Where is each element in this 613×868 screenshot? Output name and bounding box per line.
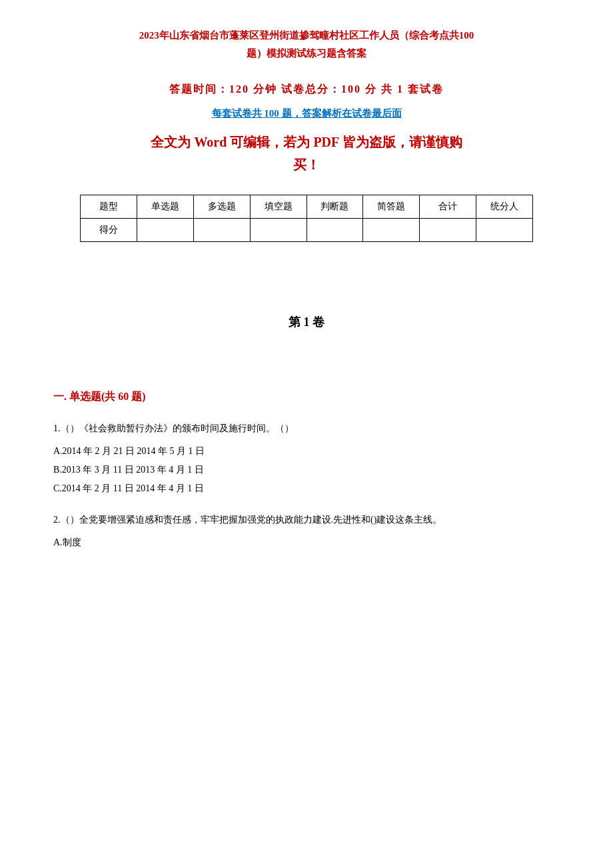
col-header-short: 简答题 <box>363 195 420 219</box>
exam-info: 答题时间：120 分钟 试卷总分：100 分 共 1 套试卷 <box>53 83 560 97</box>
col-header-judge: 判断题 <box>306 195 363 219</box>
section-title: 一. 单选题(共 60 题) <box>53 390 560 404</box>
option-1-a: A.2014 年 2 月 21 日 2014 年 5 月 1 日 <box>53 442 560 461</box>
col-header-multi: 多选题 <box>193 195 250 219</box>
score-table-header-row: 题型 单选题 多选题 填空题 判断题 简答题 合计 统分人 <box>81 195 533 219</box>
exam-warning-part1: 全文为 Word 可编辑 <box>151 135 270 149</box>
option-2-a: A.制度 <box>53 533 560 552</box>
col-header-fill: 填空题 <box>250 195 306 219</box>
question-2-text: 2.（）全党要增强紧迫感和责任感，牢牢把握加强党的执政能力建设.先进性和()建设… <box>53 511 560 528</box>
score-multi <box>193 219 250 242</box>
col-header-single: 单选题 <box>137 195 193 219</box>
exam-warning: 全文为 Word 可编辑，若为 PDF 皆为盗版，请谨慎购 买！ <box>53 131 560 176</box>
score-fill <box>250 219 306 242</box>
col-header-total: 合计 <box>420 195 476 219</box>
score-single <box>137 219 193 242</box>
question-1-text: 1.（）《社会救助暂行办法》的颁布时间及施行时间。（） <box>53 420 560 437</box>
score-total <box>420 219 476 242</box>
question-1-options: A.2014 年 2 月 21 日 2014 年 5 月 1 日 B.2013 … <box>53 442 560 498</box>
volume-title: 第 1 卷 <box>53 314 560 330</box>
score-scorer <box>476 219 533 242</box>
spacer-2 <box>53 363 560 390</box>
spacer-1 <box>53 261 560 301</box>
score-judge <box>306 219 363 242</box>
score-table-container: 题型 单选题 多选题 填空题 判断题 简答题 合计 统分人 得分 <box>80 195 533 242</box>
exam-warning-part2: ，若为 PDF 皆为盗版，请谨慎购 <box>270 135 462 149</box>
page-title: 2023年山东省烟台市蓬莱区登州街道掺驾疃村社区工作人员（综合考点共100 题）… <box>53 27 560 63</box>
score-short <box>363 219 420 242</box>
score-table: 题型 单选题 多选题 填空题 判断题 简答题 合计 统分人 得分 <box>80 195 533 242</box>
title-line1: 2023年山东省烟台市蓬莱区登州街道掺驾疃村社区工作人员（综合考点共100 <box>53 27 560 45</box>
question-2: 2.（）全党要增强紧迫感和责任感，牢牢把握加强党的执政能力建设.先进性和()建设… <box>53 511 560 552</box>
score-row-label: 得分 <box>81 219 137 242</box>
title-line2: 题）模拟测试练习题含答案 <box>53 45 560 63</box>
option-1-c: C.2014 年 2 月 11 日 2014 年 4 月 1 日 <box>53 479 560 498</box>
question-2-options: A.制度 <box>53 533 560 552</box>
score-table-score-row: 得分 <box>81 219 533 242</box>
col-header-scorer: 统分人 <box>476 195 533 219</box>
exam-warning-part3: 买！ <box>293 157 320 172</box>
exam-notice: 每套试卷共 100 题，答案解析在试卷最后面 <box>53 107 560 120</box>
question-1: 1.（）《社会救助暂行办法》的颁布时间及施行时间。（） A.2014 年 2 月… <box>53 420 560 498</box>
col-header-type: 题型 <box>81 195 137 219</box>
option-1-b: B.2013 年 3 月 11 日 2013 年 4 月 1 日 <box>53 461 560 479</box>
